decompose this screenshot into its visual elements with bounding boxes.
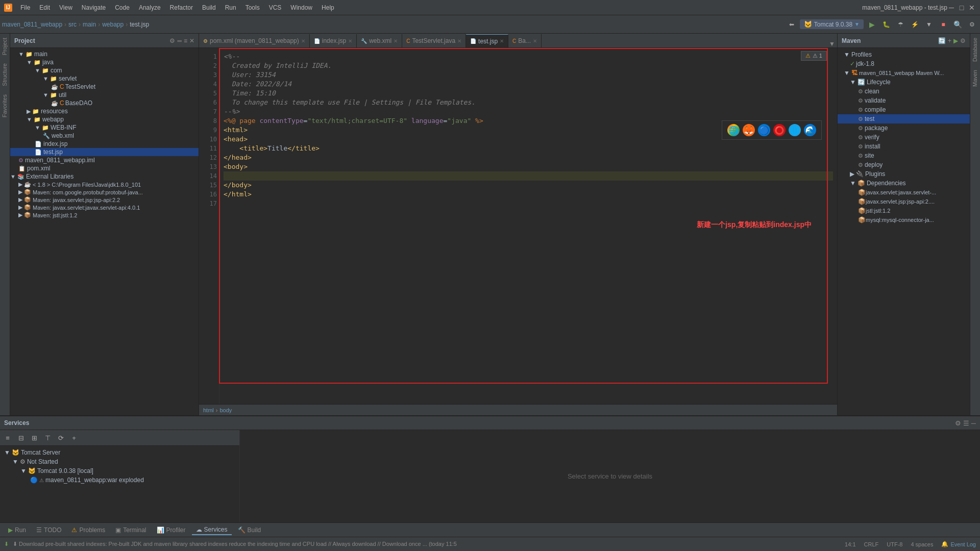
tool-tab-build[interactable]: 🔨 Build: [234, 525, 265, 535]
tree-item-jstl[interactable]: ▶ 📦 Maven: jstl:jstl:1.2: [10, 211, 199, 219]
svc-btn-expand-all[interactable]: ≡: [2, 432, 13, 443]
tree-item-webinf[interactable]: ▼ 📁 WEB-INF: [10, 123, 199, 132]
back-button[interactable]: ⬅: [786, 18, 798, 31]
project-collapse-icon[interactable]: ═: [177, 37, 182, 44]
maven-item-validate[interactable]: ⚙ validate: [838, 96, 970, 105]
editor-content[interactable]: ⚠ ⚠ 1 🌐 🦊 🔵 ⭕ 🌐 🌊 新建一个jsp,复制粘贴到index.jsp…: [199, 48, 837, 404]
tree-item-jdk[interactable]: ▶ ☕ < 1.8 > C:\Program Files\Java\jdk1.8…: [10, 181, 199, 188]
more-run-button[interactable]: ▼: [923, 18, 935, 31]
maven-item-lifecycle[interactable]: ▼ 🔄 Lifecycle: [838, 78, 970, 87]
svc-btn-filter[interactable]: ⊤: [42, 432, 53, 443]
tab-testservlet-close[interactable]: ✕: [457, 38, 461, 44]
run-button[interactable]: ▶: [866, 18, 878, 31]
tree-item-util[interactable]: ▼ 📁 util: [10, 91, 199, 99]
settings-button[interactable]: ⚙: [966, 18, 978, 31]
tree-item-iml[interactable]: ⚙ maven_0811_webapp.iml: [10, 156, 199, 164]
chrome-icon[interactable]: 🌐: [727, 124, 740, 136]
tab-index-close[interactable]: ✕: [348, 38, 352, 44]
maven-item-project[interactable]: ▼ 🏗 maven_0811_webapp Maven W...: [838, 68, 970, 78]
run-config-selector[interactable]: 🐱 Tomcat 9.0.38 ▼: [800, 19, 864, 29]
menu-code[interactable]: Code: [111, 3, 134, 12]
menu-window[interactable]: Window: [286, 3, 316, 12]
tree-item-java[interactable]: ▼ 📁 java: [10, 58, 199, 66]
maven-item-compile[interactable]: ⚙ compile: [838, 105, 970, 114]
svc-btn-group[interactable]: ⊞: [29, 432, 40, 443]
project-settings-icon[interactable]: ≡: [184, 37, 187, 44]
tool-tab-services[interactable]: ☁ Services: [192, 525, 232, 535]
tab-webxml-close[interactable]: ✕: [394, 38, 398, 44]
tool-tab-todo[interactable]: ☰ TODO: [32, 525, 65, 535]
maven-item-test[interactable]: ⚙ test: [838, 114, 970, 123]
tree-item-extlibs[interactable]: ▼ 📚 External Libraries: [10, 172, 199, 181]
maven-add-icon[interactable]: +: [948, 37, 951, 44]
breadcrumb-main[interactable]: main: [83, 21, 96, 28]
maven-item-package[interactable]: ⚙ package: [838, 123, 970, 133]
tree-item-testjsp[interactable]: 📄 test.jsp: [10, 148, 199, 156]
maven-item-site[interactable]: ⚙ site: [838, 151, 970, 160]
maven-dep-servlet[interactable]: 📦 javax.servlet:javax.servlet-...: [838, 188, 970, 197]
tab-pom[interactable]: ⚙ pom.xml (maven_0811_webapp) ✕: [199, 34, 310, 47]
breadcrumb-project[interactable]: maven_0811_webapp: [2, 21, 62, 28]
stop-button[interactable]: ■: [937, 18, 949, 31]
maven-item-install[interactable]: ⚙ install: [838, 142, 970, 151]
tool-tab-profiler[interactable]: 📊 Profiler: [153, 525, 190, 535]
svc-item-tomcat-server[interactable]: ▼ 🐱 Tomcat Server: [0, 448, 239, 457]
tab-basedao[interactable]: C Ba... ✕: [508, 34, 542, 47]
tree-item-jspapi[interactable]: ▶ 📦 Maven: javax.servlet.jsp:jsp-api:2.2: [10, 196, 199, 204]
sidebar-tab-structure[interactable]: Structure: [0, 59, 10, 90]
annotation-popup[interactable]: ⚠ ⚠ 1: [801, 51, 827, 61]
svc-item-not-started[interactable]: ▼ ⚙ Not Started: [0, 457, 239, 466]
breadcrumb-src[interactable]: src: [68, 21, 77, 28]
tree-item-servletapi[interactable]: ▶ 📦 Maven: javax.servlet:javax.servlet-a…: [10, 204, 199, 211]
debug-button[interactable]: 🐛: [880, 18, 892, 31]
svc-item-tomcat-local[interactable]: ▼ 🐱 Tomcat 9.0.38 [local]: [0, 466, 239, 475]
ie-icon[interactable]: 🌐: [789, 124, 801, 136]
tree-item-pom[interactable]: 📋 pom.xml: [10, 164, 199, 172]
close-button[interactable]: ✕: [968, 4, 976, 12]
maven-item-profiles[interactable]: ▼ Profiles: [838, 50, 970, 59]
tree-item-indexjsp[interactable]: 📄 index.jsp: [10, 140, 199, 148]
maven-item-deploy[interactable]: ⚙ deploy: [838, 160, 970, 169]
services-close-icon[interactable]: ─: [971, 419, 976, 427]
svc-btn-add[interactable]: +: [68, 432, 80, 443]
menu-help[interactable]: Help: [317, 3, 338, 12]
edge2-icon[interactable]: 🌊: [804, 124, 816, 136]
menu-tools[interactable]: Tools: [241, 3, 264, 12]
maven-dep-jstl[interactable]: 📦 jstl:jstl:1.2: [838, 206, 970, 215]
tree-item-basedao[interactable]: ☕ C BaseDAO: [10, 99, 199, 107]
tab-testjsp[interactable]: 📄 test.jsp ✕: [466, 34, 508, 47]
edge-icon[interactable]: 🔵: [758, 124, 770, 136]
tab-testjsp-close[interactable]: ✕: [500, 38, 504, 44]
menu-analyze[interactable]: Analyze: [135, 3, 165, 12]
search-everywhere-button[interactable]: 🔍: [951, 18, 964, 31]
code-editor[interactable]: <%-- Created by IntelliJ IDEA. User: 331…: [219, 48, 837, 404]
svc-item-war-exploded[interactable]: 🔵 ⚠ maven_0811_webapp:war exploded: [0, 475, 239, 485]
maven-item-jdk18[interactable]: ✓ jdk-1.8: [838, 59, 970, 68]
menu-refactor[interactable]: Refactor: [166, 3, 197, 12]
breadcrumb-body[interactable]: body: [219, 407, 232, 413]
tree-item-protobuf[interactable]: ▶ 📦 Maven: com.google.protobuf:protobuf-…: [10, 188, 199, 196]
tab-basedao-close[interactable]: ✕: [533, 38, 537, 44]
firefox-icon[interactable]: 🦊: [743, 124, 755, 136]
tab-testservlet[interactable]: C TestServlet.java ✕: [402, 34, 466, 47]
sidebar-tab-database[interactable]: Database: [970, 34, 980, 66]
tab-overflow-button[interactable]: ▼: [827, 40, 837, 47]
maven-settings-icon[interactable]: ⚙: [960, 37, 966, 44]
services-gear-icon[interactable]: ☰: [963, 419, 969, 427]
minimize-button[interactable]: ─: [947, 4, 955, 12]
tree-item-webapp[interactable]: ▼ 📁 webapp: [10, 115, 199, 123]
menu-edit[interactable]: Edit: [35, 3, 54, 12]
maven-item-clean[interactable]: ⚙ clean: [838, 87, 970, 96]
maven-item-plugins[interactable]: ▶ 🔌 Plugins: [838, 169, 970, 179]
project-gear-icon[interactable]: ⚙: [169, 37, 175, 44]
tab-pom-close[interactable]: ✕: [301, 38, 305, 44]
tree-item-com[interactable]: ▼ 📁 com: [10, 66, 199, 74]
menu-file[interactable]: File: [16, 3, 34, 12]
breadcrumb-webapp[interactable]: webapp: [102, 21, 124, 28]
maven-item-dependencies[interactable]: ▼ 📦 Dependencies: [838, 179, 970, 188]
breadcrumb-file[interactable]: test.jsp: [130, 21, 149, 28]
tool-tab-problems[interactable]: ⚠ Problems: [67, 525, 109, 535]
svc-btn-refresh[interactable]: ⟳: [55, 432, 66, 443]
breadcrumb-html[interactable]: html: [203, 407, 214, 413]
profile-button[interactable]: ⚡: [909, 18, 921, 31]
